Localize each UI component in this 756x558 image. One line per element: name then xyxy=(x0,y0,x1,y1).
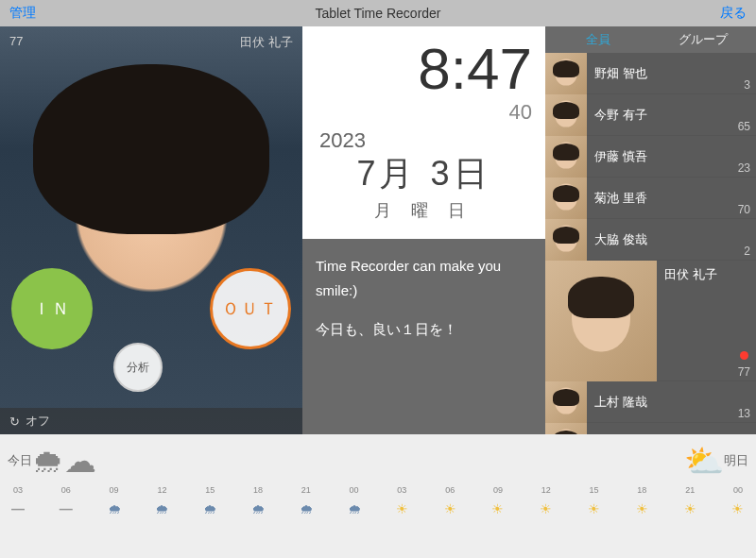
weather-hour: 09 xyxy=(104,485,125,495)
weather-hour: 09 xyxy=(488,485,508,495)
back-button[interactable]: 戻る xyxy=(720,5,747,22)
sun-icon: ☀ xyxy=(391,499,412,519)
weather-hour: 21 xyxy=(679,485,700,495)
camera-footer: ↻ オフ xyxy=(0,408,302,434)
timer-icon: ↻ xyxy=(9,414,20,429)
weather-hour: 06 xyxy=(439,485,460,495)
employee-number: 77 xyxy=(738,365,750,379)
weather-hour: 15 xyxy=(199,485,220,495)
message-panel: Time Recorder can make you smile:) 今日も、良… xyxy=(302,239,545,434)
clock-panel: 8:47 40 2023 7月 3日 月 曜 日 xyxy=(302,26,545,239)
weather-hours-row: 03060912151821000306091215182100 xyxy=(8,485,748,495)
employee-row[interactable]: 野畑 智也3 xyxy=(545,53,756,94)
dash-icon: — xyxy=(56,499,77,519)
employee-name: 今野 有子 xyxy=(594,107,756,124)
weather-hour: 18 xyxy=(631,485,652,495)
employee-number: 2 xyxy=(744,245,750,258)
employee-avatar xyxy=(545,136,587,178)
rain-icon: 🌧 xyxy=(248,499,268,519)
employee-number: 13 xyxy=(738,407,750,420)
cloud-icon: ☁ xyxy=(64,442,96,480)
clock-out-button[interactable]: ＯＵＴ xyxy=(210,268,291,349)
employee-name: 野畑 智也 xyxy=(594,65,756,82)
message-line-1: Time Recorder can make you smile:) xyxy=(316,254,532,302)
employee-name: 上村 隆哉 xyxy=(594,394,756,411)
employee-avatar xyxy=(545,261,657,381)
employee-avatar xyxy=(545,381,587,423)
camera-employee-number: 77 xyxy=(9,34,23,51)
weather-hour: 21 xyxy=(296,485,317,495)
weather-hour: 03 xyxy=(8,485,28,495)
employee-avatar xyxy=(545,219,587,261)
employee-name: 伊藤 慎吾 xyxy=(594,148,756,165)
employee-row[interactable]: 青木 麻里子71 xyxy=(545,423,756,434)
message-line-2: 今日も、良い１日を！ xyxy=(316,317,532,342)
employee-number: 3 xyxy=(744,78,750,92)
employee-number: 65 xyxy=(738,120,750,133)
employee-avatar xyxy=(545,178,587,219)
tab-group[interactable]: グループ xyxy=(651,26,757,53)
timer-status: オフ xyxy=(26,413,50,430)
weather-today-label: 今日 xyxy=(8,452,32,469)
weather-hour: 06 xyxy=(56,485,77,495)
employee-avatar xyxy=(545,53,587,94)
clock-date: 7月 3日 xyxy=(316,151,532,197)
employee-row[interactable]: 伊藤 慎吾23 xyxy=(545,136,756,178)
titlebar: 管理 Tablet Time Recorder 戻る xyxy=(0,0,756,26)
weather-hour: 18 xyxy=(248,485,268,495)
weather-hour: 03 xyxy=(391,485,412,495)
employee-avatar xyxy=(545,94,587,136)
clock-in-button[interactable]: ＩＮ xyxy=(11,268,93,349)
camera-employee-name: 田伏 礼子 xyxy=(240,34,293,51)
weather-hour: 00 xyxy=(344,485,365,495)
tab-all[interactable]: 全員 xyxy=(545,26,651,53)
clock-year: 2023 xyxy=(319,128,532,153)
rain-icon: 🌧 xyxy=(199,499,220,519)
dash-icon: — xyxy=(8,499,28,519)
employee-row[interactable]: 上村 隆哉13 xyxy=(545,381,756,423)
employee-name: 田伏 礼子 xyxy=(664,266,756,283)
rain-icon: 🌧 xyxy=(296,499,317,519)
clock-day: 月 曜 日 xyxy=(316,199,532,222)
employee-number: 70 xyxy=(738,203,750,216)
employee-row[interactable]: 大脇 俊哉2 xyxy=(545,219,756,261)
record-dot-icon xyxy=(740,351,748,360)
manage-button[interactable]: 管理 xyxy=(9,5,36,22)
employee-name: 菊池 里香 xyxy=(594,190,756,207)
sun-icon: ☀ xyxy=(679,499,700,519)
weather-panel: 今日 🌧 ☁ ⛅ 明日 0306091215182100030609121518… xyxy=(0,434,756,558)
sun-icon: ☀ xyxy=(488,499,508,519)
weather-hour: 12 xyxy=(536,485,557,495)
sun-icon: ☀ xyxy=(728,499,748,519)
sun-icon: ☀ xyxy=(631,499,652,519)
weather-hour: 12 xyxy=(151,485,172,495)
rain-cloud-icon: 🌧 xyxy=(32,443,64,480)
weather-hour: 15 xyxy=(584,485,605,495)
employee-row[interactable]: 菊池 里香70 xyxy=(545,178,756,219)
employee-number: 23 xyxy=(738,161,750,175)
weather-hour: 00 xyxy=(728,485,748,495)
employee-row[interactable]: 田伏 礼子77 xyxy=(545,261,756,381)
rain-icon: 🌧 xyxy=(151,499,172,519)
weather-icons-row: ——🌧🌧🌧🌧🌧🌧☀☀☀☀☀☀☀☀ xyxy=(8,499,748,519)
weather-tomorrow-label: 明日 xyxy=(724,452,748,469)
employee-row[interactable]: 今野 有子65 xyxy=(545,94,756,136)
sun-cloud-icon: ⛅ xyxy=(684,442,724,480)
employee-tabs: 全員 グループ xyxy=(545,26,756,53)
sun-icon: ☀ xyxy=(536,499,557,519)
camera-preview: 77 田伏 礼子 ＩＮ ＯＵＴ 分析 ↻ オフ xyxy=(0,26,302,434)
sun-icon: ☀ xyxy=(439,499,460,519)
employee-avatar xyxy=(545,423,587,435)
rain-icon: 🌧 xyxy=(344,499,365,519)
analyze-button[interactable]: 分析 xyxy=(113,343,163,392)
sun-icon: ☀ xyxy=(584,499,605,519)
employee-name: 大脇 俊哉 xyxy=(594,231,756,248)
rain-icon: 🌧 xyxy=(104,499,125,519)
employee-list[interactable]: 野畑 智也3今野 有子65伊藤 慎吾23菊池 里香70大脇 俊哉2田伏 礼子77… xyxy=(545,53,756,434)
app-title: Tablet Time Recorder xyxy=(315,6,440,21)
clock-seconds: 40 xyxy=(316,100,532,125)
clock-time: 8:47 xyxy=(316,40,532,98)
